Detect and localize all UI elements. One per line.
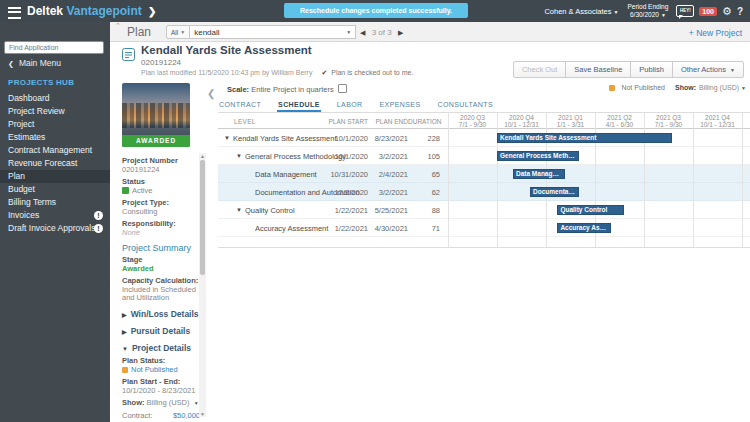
project-info-panel: AWARDED Project Number 020191224 Status … (118, 83, 214, 421)
win-loss-details-section[interactable]: ▶Win/Loss Details (122, 310, 200, 319)
plan-status-value: Not Published (122, 366, 200, 374)
record-search: All▼ ▼ (166, 25, 356, 39)
gantt-row-quality-control[interactable]: ▼ Quality Control 1/22/2021 5/25/2021 88 (218, 201, 750, 219)
period-ending-selector[interactable]: Period Ending 6/30/2020▼ (627, 3, 668, 19)
tab-schedule[interactable]: SCHEDULE (277, 96, 321, 112)
gantt-rows: ▼ Kendall Yards Site Assessment 10/1/202… (218, 129, 750, 237)
sidebar-item-draft-invoice-approvals[interactable]: Draft Invoice Approvals! (0, 222, 110, 235)
sidebar-item-budget[interactable]: Budget (0, 183, 110, 196)
scroll-down-icon[interactable]: ▼ (199, 411, 206, 417)
plan-status-text: Not Published (621, 84, 665, 91)
gantt-bar[interactable]: Quality Control (557, 205, 624, 215)
collapse-panel-icon[interactable]: ❮ (207, 88, 215, 99)
sidebar-item-revenue-forecast[interactable]: Revenue Forecast (0, 157, 110, 170)
collapse-row-icon[interactable]: ▼ (224, 135, 230, 141)
other-actions-button[interactable]: Other Actions ▼ (672, 61, 744, 78)
field-label: Stage (122, 256, 200, 264)
quarter-header: 2021 Q11/1 - 3/31 (546, 114, 595, 128)
tab-expenses[interactable]: EXPENSES (379, 96, 422, 112)
column-header-duration: DURATION (408, 118, 440, 125)
show-currency-dropdown[interactable]: Billing (USD) (699, 84, 739, 91)
sidebar-item-project[interactable]: Project (0, 118, 110, 131)
not-published-swatch (122, 367, 128, 373)
show-currency-selector[interactable]: Show: Billing (USD) ▼ (122, 399, 200, 407)
find-application-input[interactable] (4, 41, 104, 54)
sidebar-item-dashboard[interactable]: Dashboard (0, 92, 110, 105)
search-input[interactable] (190, 28, 344, 37)
gantt-row-accuracy-assessment[interactable]: Accuracy Assessment 1/22/2021 4/30/2021 … (218, 219, 750, 237)
sidebar-item-billing-terms[interactable]: Billing Terms (0, 196, 110, 209)
project-number: 020191224 (141, 58, 181, 67)
amount-link[interactable]: $50,000 (173, 412, 200, 420)
schedule-area: Scale: Entire Project in quarters Not Pu… (218, 82, 750, 422)
page-title: Plan (127, 25, 151, 39)
gantt-bar[interactable]: Documentation and Automation (530, 187, 579, 197)
caret-right-icon: ▶ (122, 312, 127, 318)
sidebar-items: Dashboard Project Review Project Estimat… (0, 92, 110, 235)
caret-down-icon: ▼ (180, 29, 185, 35)
gantt-bar[interactable]: Kendall Yards Site Assessment (497, 133, 672, 143)
scroll-up-icon[interactable]: ▲ (199, 153, 206, 159)
plan-modified-line: Plan last modified 11/5/2020 10:43 pm by… (141, 69, 413, 77)
scale-label: Scale: (227, 85, 249, 94)
brand-logo[interactable]: Deltek Vantagepoint ❯ (27, 4, 156, 18)
awarded-banner: AWARDED (122, 135, 190, 147)
gantt-bar[interactable]: General Process Methodology (497, 151, 579, 161)
sidebar-item-contract-management[interactable]: Contract Management (0, 144, 110, 157)
chevron-right-icon: ❯ (148, 6, 156, 17)
main-menu-link[interactable]: ❮Main Menu (8, 58, 61, 68)
gantt-bar[interactable]: Accuracy Assessment (557, 223, 610, 233)
gantt-bar[interactable]: Data Management (513, 169, 565, 179)
sidebar-item-estimates[interactable]: Estimates (0, 131, 110, 144)
help-icon[interactable]: ? (737, 6, 743, 17)
project-details-section[interactable]: ▼Project Details (122, 344, 200, 353)
panel-scrollbar[interactable]: ▲ ▼ (199, 153, 206, 417)
gear-icon[interactable]: ⚙ (722, 6, 732, 17)
company-selector[interactable]: Cohen & Associates▼ (544, 7, 618, 16)
hamburger-menu-icon[interactable] (8, 7, 21, 19)
gantt-row-general-process[interactable]: ▼ General Process Methodology 10/1/2020 … (218, 147, 750, 165)
collapse-row-icon[interactable]: ▼ (236, 207, 242, 213)
collapse-header-icon[interactable]: ⌃ (115, 22, 121, 30)
not-published-swatch (609, 85, 615, 91)
alert-badge: ! (94, 224, 103, 233)
caret-down-icon[interactable]: ▼ (346, 29, 351, 35)
project-summary-heading[interactable]: Project Summary (122, 244, 200, 252)
notification-count-badge[interactable]: 100 (699, 7, 717, 16)
tab-contract[interactable]: CONTRACT (218, 96, 262, 112)
expand-scale-icon[interactable] (338, 84, 347, 93)
record-pager: ◀ 3 of 3 ▶ (360, 28, 403, 37)
sidebar-item-plan[interactable]: Plan (0, 170, 110, 183)
scale-value: Entire Project in quarters (251, 85, 334, 94)
publish-button[interactable]: Publish (630, 61, 673, 78)
schedule-tabs: CONTRACT SCHEDULE LABOR EXPENSES CONSULT… (218, 96, 750, 113)
next-record-icon[interactable]: ▶ (398, 29, 403, 36)
field-value: Included in Scheduled and Utilization (122, 286, 200, 302)
pursuit-details-section[interactable]: ▶Pursuit Details (122, 327, 200, 336)
field-label: Plan Status: (122, 357, 200, 365)
search-filter-dropdown[interactable]: All▼ (166, 25, 190, 39)
tab-labor[interactable]: LABOR (336, 96, 364, 112)
field-value: 10/1/2020 - 8/23/2021 (122, 387, 200, 395)
gantt-row-documentation-automation[interactable]: Documentation and Automation 12/2/2020 3… (218, 183, 750, 201)
previous-record-icon[interactable]: ◀ (360, 29, 365, 36)
sidebar-item-invoices[interactable]: Invoices! (0, 209, 110, 222)
gantt-row-data-management[interactable]: Data Management 10/31/2020 2/4/2021 65 (218, 165, 750, 183)
alert-badge: ! (94, 211, 103, 220)
hey-assistant-icon[interactable]: HEY! (676, 5, 694, 17)
column-header-plan-end: PLAN END (370, 118, 408, 125)
tab-consultants[interactable]: CONSULTANTS (437, 96, 494, 112)
scrollbar-thumb[interactable] (200, 160, 205, 275)
new-project-button[interactable]: + New Project (689, 28, 742, 38)
top-bar: Deltek Vantagepoint ❯ Reschedule changes… (0, 0, 750, 22)
search-box: ▼ (190, 25, 356, 39)
quarter-header: 2021 Q410/1 - 12/31 (693, 114, 742, 128)
check-out-button[interactable]: Check Out (513, 61, 566, 78)
brand-deltek: Deltek (27, 4, 63, 18)
sidebar-item-project-review[interactable]: Project Review (0, 105, 110, 118)
amount-rows: Contract:$50,000 JTD:$12,118 ETC Planned… (122, 412, 200, 422)
show-label: Show: (675, 84, 696, 91)
collapse-row-icon[interactable]: ▼ (236, 153, 242, 159)
quarter-header: 2021 Q24/1 - 6/30 (595, 114, 644, 128)
save-baseline-button[interactable]: Save Baseline (565, 61, 631, 78)
